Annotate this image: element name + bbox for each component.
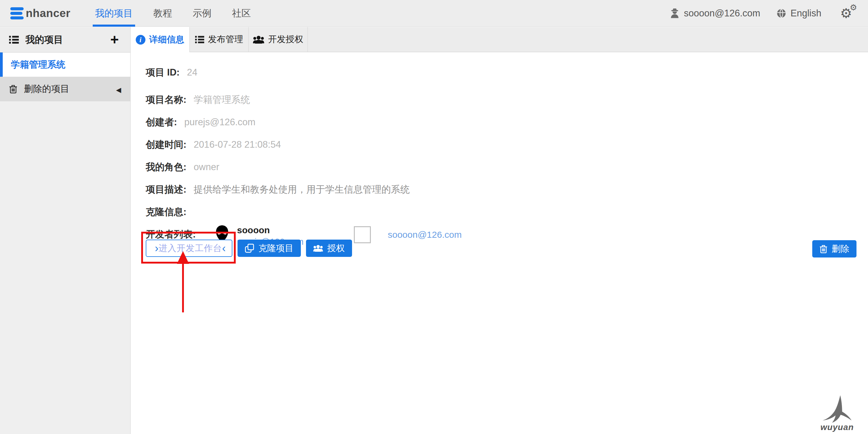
sidebar-title: 我的项目 [26,33,63,46]
projects-sidebar: 我的项目 学籍管理系统 删除的项目 [0,27,131,434]
field-value: owner [194,162,219,173]
trash-icon [9,84,17,94]
info-icon [136,35,146,45]
tab-authorization-label: 开发授权 [268,33,303,46]
tab-release-management[interactable]: 发布管理 [190,27,249,52]
tab-dev-authorization[interactable]: 开发授权 [249,27,308,52]
field-project-id: 项目 ID: 24 [146,66,868,79]
top-navbar: nhancer 我的项目 教程 示例 社区 soooon@126.com [0,0,868,27]
candidate-email-link[interactable]: soooon@126.com [388,230,462,240]
developer-name: soooon [237,225,304,235]
field-label: 项目名称: [146,93,186,106]
field-label: 项目描述: [146,183,186,196]
detail-tabbar: 详细信息 发布管理 开发授权 [131,27,868,52]
clone-project-button[interactable]: 克隆项目 [238,240,301,257]
sidebar-item-deleted-projects[interactable]: 删除的项目 [0,77,130,101]
list-icon [195,35,204,44]
authorize-label: 授权 [327,242,345,255]
globe-icon [776,8,786,18]
add-project-button[interactable] [108,32,121,47]
field-project-name: 项目名称: 学籍管理系统 [146,93,868,106]
field-created-time: 创建时间: 2016-07-28 21:08:54 [146,138,868,151]
enter-workbench-button[interactable]: › 进入开发工作台 ‹ [146,240,232,257]
nav-tab-community[interactable]: 社区 [230,0,253,27]
field-description: 项目描述: 提供给学生和教务处使用，用于学生信息管理的系统 [146,183,868,196]
project-name: 学籍管理系统 [11,59,65,71]
field-my-role: 我的角色: owner [146,161,868,173]
field-value: 24 [187,67,197,78]
developer-checkbox[interactable] [354,226,371,243]
nav-tab-tutorials[interactable]: 教程 [152,0,174,27]
main-nav: 我的项目 教程 示例 社区 [93,0,270,27]
delete-project-button[interactable]: 删除 [812,240,857,258]
user-email: soooon@126.com [684,8,760,19]
field-value: 学籍管理系统 [194,93,250,106]
users-icon [313,244,323,252]
field-label: 我的角色: [146,161,186,173]
bird-logo-icon [822,395,853,425]
caret-left-icon [116,85,121,94]
page: { "navbar": { "logo_text": "nhancer", "t… [0,0,868,434]
brand-text: wuyuan [813,423,861,432]
user-secret-icon [671,8,679,18]
app-logo[interactable]: nhancer [10,7,92,20]
sidebar-header: 我的项目 [0,27,130,53]
language-switcher[interactable]: English [776,8,822,19]
user-account-menu[interactable]: soooon@126.com [671,8,760,19]
deleted-projects-label: 删除的项目 [24,83,69,95]
users-icon [253,35,264,44]
chevron-right-icon: › [155,243,158,254]
field-label: 项目 ID: [146,66,180,79]
nav-tab-my-projects[interactable]: 我的项目 [93,0,134,27]
field-clone-info: 克隆信息: [146,206,868,219]
list-icon [9,35,19,44]
logo-bars-icon [10,7,24,20]
field-label: 克隆信息: [146,206,186,219]
developer-list-label: 开发者列表: [146,228,196,241]
tab-details-label: 详细信息 [149,34,185,46]
clone-project-label: 克隆项目 [258,242,293,255]
nav-tab-examples[interactable]: 示例 [191,0,213,27]
field-label: 创建者: [146,116,177,128]
tab-release-label: 发布管理 [208,33,243,46]
tabbar-filler [308,27,868,52]
field-label: 创建时间: [146,138,186,151]
chevron-left-icon: ‹ [222,243,226,254]
field-value: 提供给学生和教务处使用，用于学生信息管理的系统 [194,183,410,196]
field-value: 2016-07-28 21:08:54 [194,139,281,150]
enter-workbench-label: 进入开发工作台 [158,242,222,255]
action-buttons-row: › 进入开发工作台 ‹ 克隆项目 授权 [146,240,352,257]
gears-icon [840,5,858,21]
tab-details[interactable]: 详细信息 [131,27,190,52]
trash-icon [819,244,828,254]
authorize-button[interactable]: 授权 [306,240,352,257]
clone-icon [245,243,254,253]
delete-label: 删除 [832,243,849,255]
sidebar-item-project[interactable]: 学籍管理系统 [0,53,130,77]
field-value: purejs@126.com [184,117,255,128]
field-creator: 创建者: purejs@126.com [146,116,868,128]
logo-text: nhancer [26,7,70,20]
candidate-developer: soooon@126.com [354,226,462,243]
language-label: English [790,8,822,19]
navbar-right-group: soooon@126.com English [671,5,858,21]
footer-brand: wuyuan [813,395,861,432]
settings-button[interactable] [840,5,858,21]
